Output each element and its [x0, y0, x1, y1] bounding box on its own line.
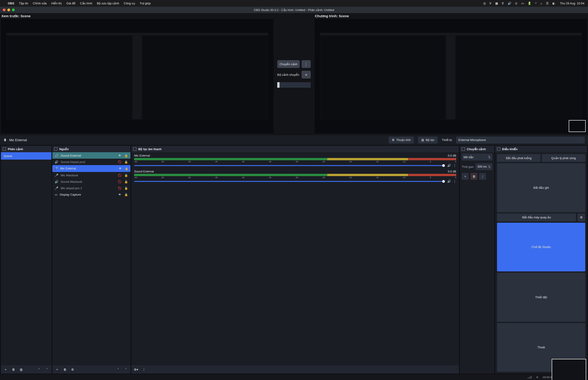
- mute-button[interactable]: 🔊: [447, 164, 451, 167]
- start-vcam-button[interactable]: Bắt đầu máy quay ảo: [497, 213, 576, 221]
- transition-select[interactable]: Mờ dần ⇅: [462, 154, 492, 160]
- visibility-toggle[interactable]: 🚫: [118, 160, 122, 164]
- popout-icon[interactable]: [133, 147, 137, 151]
- volume-slider[interactable]: [134, 165, 445, 166]
- popout-icon[interactable]: [462, 147, 465, 151]
- source-item[interactable]: 🔊Sound Macbook🚫🔒: [52, 178, 131, 185]
- settings-button[interactable]: Thiết đặt: [497, 273, 585, 322]
- transition-button[interactable]: Chuyển cảnh: [277, 60, 300, 68]
- visibility-toggle[interactable]: 👁: [118, 167, 122, 170]
- source-properties-button[interactable]: ⚙: [69, 366, 76, 372]
- visibility-toggle[interactable]: 🚫: [118, 180, 122, 183]
- popout-icon[interactable]: [497, 147, 500, 151]
- menu-obs[interactable]: OBS: [8, 2, 14, 5]
- source-item[interactable]: ▭Display Capture👁🔒: [52, 191, 131, 198]
- source-item[interactable]: 🔊Sound Airpod pro2🚫🔒: [52, 159, 131, 165]
- source-down-button[interactable]: ˅: [123, 366, 129, 372]
- playback-icon[interactable]: ⊙: [515, 2, 517, 5]
- mixer-list: Mic External0.0 dB-60-55-50-45-40-35-30-…: [131, 152, 459, 365]
- mixer-advanced-button[interactable]: ⚙▾: [133, 366, 139, 372]
- manage-broadcast-button[interactable]: Quản lý phát sóng: [542, 154, 585, 162]
- stage-manager-icon[interactable]: ▦: [495, 2, 498, 5]
- volume-icon[interactable]: 🔊: [508, 2, 511, 5]
- visibility-toggle[interactable]: 👁: [118, 193, 122, 196]
- mic-icon: [3, 138, 7, 142]
- properties-button[interactable]: ⚙ Thuộc tính: [389, 137, 414, 144]
- source-item[interactable]: 🎤Mic Macbook🚫🔒: [52, 172, 131, 178]
- transition-menu-button[interactable]: ⋮: [302, 60, 311, 68]
- scene-item[interactable]: Scene: [1, 152, 51, 160]
- controls-dock: Điều khiển Bắt đầu phát luồng Quản lý ph…: [495, 146, 587, 374]
- siri-icon[interactable]: ◐: [552, 2, 555, 5]
- program-label: Chương trình: Scene: [314, 13, 588, 19]
- add-transition-button[interactable]: ＋: [462, 173, 469, 180]
- menubar-clock[interactable]: Thu 29 Aug 10:54: [560, 2, 584, 5]
- preview-canvas[interactable]: [1, 19, 274, 133]
- remove-transition-button[interactable]: 🗑: [470, 173, 477, 180]
- source-item-label: Sound Airpod pro2: [61, 160, 115, 164]
- scene-filters-button[interactable]: ▥: [18, 366, 24, 372]
- volume-slider[interactable]: [134, 181, 445, 182]
- start-stream-button[interactable]: Bắt đầu phát luồng: [497, 154, 540, 162]
- menu-file[interactable]: Tập tin: [19, 2, 28, 5]
- properties-label: Thuộc tính: [396, 138, 411, 142]
- battery-icon[interactable]: 🔋: [528, 2, 531, 5]
- add-quick-transition-button[interactable]: ＋: [302, 71, 311, 78]
- lock-toggle[interactable]: 🔒: [124, 173, 128, 177]
- sources-toolbar: ＋ 🗑 ⚙ ˄ ˅: [52, 365, 131, 374]
- vcam-settings-button[interactable]: ⚙: [577, 213, 585, 221]
- popout-icon[interactable]: [54, 147, 58, 151]
- visibility-toggle[interactable]: 🚫: [118, 187, 122, 190]
- lock-toggle[interactable]: 🔒: [124, 167, 129, 170]
- mixer-channel: Sound External0.0 dB-60-55-50-45-40-35-3…: [131, 168, 459, 184]
- mixer-menu-button[interactable]: ⋮: [140, 366, 147, 372]
- device-select[interactable]: External Microphone: [456, 137, 585, 144]
- tbar-knob[interactable]: [277, 82, 279, 88]
- source-item[interactable]: 🎤Mic External👁🔒: [52, 165, 131, 172]
- remove-source-button[interactable]: 🗑: [61, 366, 68, 372]
- wifi-icon[interactable]: ⌔: [535, 2, 537, 5]
- duration-stepper[interactable]: 300 ms ⇅: [475, 163, 492, 170]
- lock-toggle[interactable]: 🔒: [124, 154, 128, 157]
- transition-properties-button[interactable]: ⋮: [479, 173, 486, 180]
- lock-toggle[interactable]: 🔒: [124, 193, 128, 196]
- spotlight-icon[interactable]: ⌕: [540, 2, 542, 5]
- bluetooth-icon[interactable]: ⚲: [502, 2, 504, 5]
- menu-tools[interactable]: Công cụ: [124, 2, 135, 5]
- vu-meter: [134, 174, 456, 176]
- add-scene-button[interactable]: ＋: [2, 366, 9, 372]
- source-item[interactable]: 🎤Mic airpod pro 2🚫🔒: [52, 185, 131, 191]
- menu-docks[interactable]: Giá đỡ: [66, 2, 75, 5]
- channel-menu-button[interactable]: ⋮: [453, 164, 456, 167]
- visibility-toggle[interactable]: 🚫: [118, 173, 122, 177]
- lock-toggle[interactable]: 🔒: [124, 187, 128, 190]
- transitions-title: Chuyển cảnh: [467, 147, 486, 151]
- source-item[interactable]: 🔊Sound External👁🔒: [52, 152, 131, 159]
- letter-v-icon[interactable]: Ꮩ: [490, 2, 491, 5]
- tbar-slider[interactable]: [277, 82, 311, 88]
- studio-mode-button[interactable]: Chế độ Studio: [497, 223, 585, 272]
- menu-help[interactable]: Trợ giúp: [140, 2, 151, 5]
- control-center-icon[interactable]: ☰: [546, 2, 549, 5]
- menu-edit[interactable]: Chỉnh sửa: [33, 2, 47, 5]
- channel-menu-button[interactable]: ⋮: [453, 180, 456, 183]
- source-up-button[interactable]: ˄: [115, 366, 121, 372]
- scene-up-button[interactable]: ˄: [36, 366, 42, 372]
- menu-view[interactable]: Hiển thị: [51, 2, 62, 5]
- status-bar: 00:00:00 00:00:00 CPU:: [0, 375, 588, 380]
- menu-scenes[interactable]: Bộ sưu tập cảnh: [97, 2, 119, 5]
- start-record-button[interactable]: Bắt đầu ghi: [497, 163, 585, 212]
- mute-button[interactable]: 🔊: [447, 180, 451, 183]
- filters-button[interactable]: ▥ Bộ lọc: [418, 137, 438, 144]
- lock-toggle[interactable]: 🔒: [124, 160, 128, 164]
- obs-tray-icon[interactable]: ◎: [483, 2, 486, 5]
- remove-scene-button[interactable]: 🗑: [10, 366, 17, 372]
- popout-icon[interactable]: [3, 147, 6, 151]
- visibility-toggle[interactable]: 👁: [118, 154, 122, 157]
- add-source-button[interactable]: ＋: [54, 366, 60, 372]
- menu-profile[interactable]: Cấu hình: [80, 2, 92, 5]
- screen-mirror-icon[interactable]: ▭: [521, 2, 524, 5]
- scene-down-button[interactable]: ˅: [44, 366, 50, 372]
- sources-dock: Nguồn 🔊Sound External👁🔒🔊Sound Airpod pro…: [52, 146, 131, 374]
- lock-toggle[interactable]: 🔒: [124, 180, 128, 183]
